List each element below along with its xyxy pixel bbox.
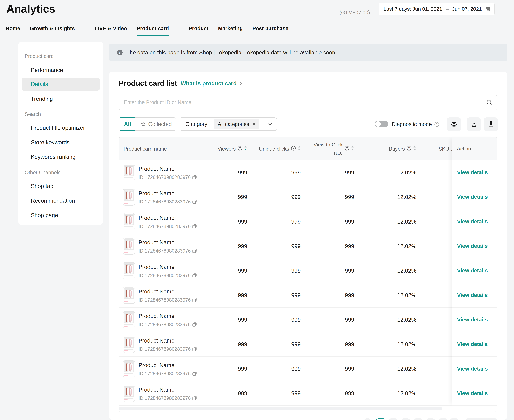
svg-text:?: ? bbox=[239, 146, 241, 150]
svg-text:?: ? bbox=[408, 146, 410, 150]
svg-text:?: ? bbox=[346, 146, 348, 150]
svg-text:?: ? bbox=[292, 146, 294, 150]
svg-text:?: ? bbox=[436, 123, 437, 126]
